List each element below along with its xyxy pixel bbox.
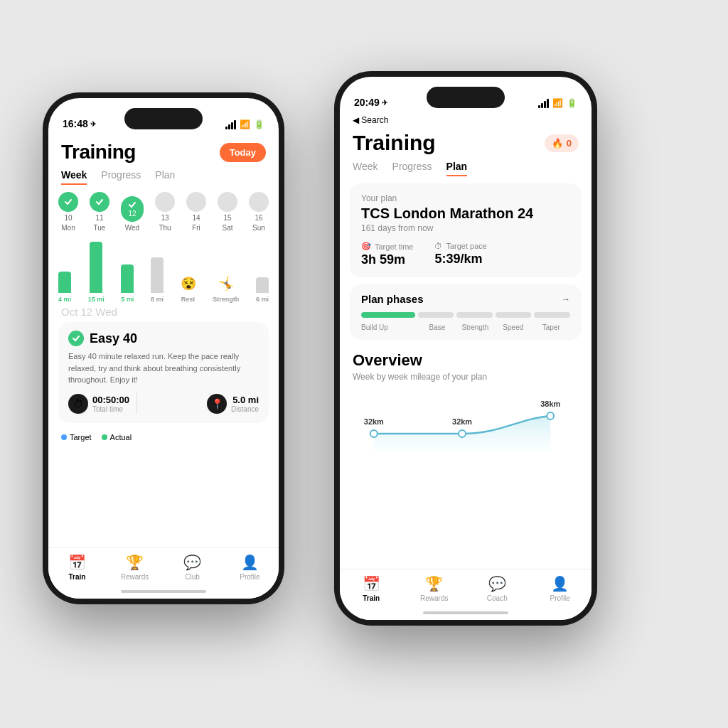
profile-icon-1: 👤 [241,554,259,571]
streak-badge: 🔥 0 [545,134,579,152]
day-col-fri[interactable]: 14 Fri [186,192,206,232]
today-button[interactable]: Today [220,143,266,162]
nav-club-1[interactable]: 💬 Club [164,554,221,581]
dynamic-island-2 [427,87,505,108]
day-col-thu[interactable]: 13 Thu [155,192,175,232]
time-1: 16:48 ✈ [63,118,96,129]
nav-profile-1[interactable]: 👤 Profile [221,554,279,581]
legend-target: Target [61,433,92,441]
legend-row: Target Actual [48,427,279,447]
tab-week-1[interactable]: Week [61,169,87,185]
coach-icon-2: 💬 [488,575,506,592]
nav-profile-2[interactable]: 👤 Profile [529,575,592,602]
nav-coach-2[interactable]: 💬 Coach [466,575,529,602]
bar-col-4: 😵 Rest [181,276,196,303]
workout-card: Easy 40 Easy 40 minute relaxed run. Keep… [58,322,269,423]
wifi-icon-1: 📶 [240,119,250,129]
day-col-tue[interactable]: 11 Tue [90,192,109,232]
nav-rewards-1[interactable]: 🏆 Rewards [106,554,164,581]
stat-divider [136,393,137,414]
plan-name: TCS London Marathon 24 [361,205,570,222]
distance-icon: 📍 [207,394,227,414]
bar-label-5: Strength [213,296,239,303]
tab-plan-1[interactable]: Plan [155,169,175,185]
day-number-sat: 15 [223,214,231,222]
nav-rewards-2[interactable]: 🏆 Rewards [403,575,466,602]
streak-count: 0 [567,138,572,149]
target-pace-value: 5:39/km [434,252,486,267]
nav-train-label-2: Train [363,594,380,602]
target-time-item: 🎯 Target time 3h 59m [361,242,413,267]
train-icon-1: 📅 [68,554,86,571]
nav-train-2[interactable]: 📅 Train [340,575,403,602]
phases-arrow-icon: → [561,294,570,304]
scene: 16:48 ✈ 📶 🔋 Trai [0,0,728,728]
day-label-fri: Fri [192,224,200,232]
bar-col-2: 5 mi [121,264,134,303]
target-dot [61,434,67,440]
page-title-2: Training [353,131,436,155]
day-col-mon[interactable]: 10 Mon [58,192,78,232]
legend-actual-label: Actual [110,433,132,441]
stat-time-values: 00:50:00 Total time [92,395,129,413]
tab-progress-1[interactable]: Progress [101,169,141,185]
profile-icon-2: 👤 [551,575,569,592]
nav-train-1[interactable]: 📅 Train [48,554,106,581]
your-plan-label: Your plan [361,193,570,203]
nav-profile-label-2: Profile [550,594,570,602]
battery-icon-2: 🔋 [567,98,577,108]
tabs-2: Week Progress Plan [340,155,592,176]
phases-bar-row [361,312,570,318]
chart-dot-0 [370,430,378,437]
day-circle-fri [186,192,206,212]
screen-2: ◀ Search Training 🔥 0 Week Progress Plan [340,114,592,620]
bar-label-3: 8 mi [151,296,164,303]
status-icons-1: 📶 🔋 [225,119,264,129]
day-col-sat[interactable]: 15 Sat [218,192,237,232]
plan-card: Your plan TCS London Marathon 24 161 day… [350,183,582,277]
distance-label: Distance [231,405,259,413]
day-col-sun[interactable]: 16 Sun [249,192,269,232]
nav-train-label-1: Train [69,573,86,581]
day-number-sun: 16 [255,214,262,222]
chart-label-2: 38km [540,400,560,408]
tab-progress-2[interactable]: Progress [392,161,432,176]
target-pace-label: Target pace [446,242,486,250]
actual-dot [102,434,107,440]
distance: 5.0 mi [231,395,259,405]
overview-section: Overview Week by week mileage of your pl… [340,346,592,459]
phase-label-speed: Speed [494,323,532,331]
line-chart-svg: 32km 32km 38km [353,387,579,459]
chart-dot-1 [459,430,466,437]
phase-speed-bar [496,312,532,318]
phase-label-base: Base [418,323,456,331]
phases-header: Plan phases → [361,293,570,305]
rewards-icon-1: 🏆 [126,554,144,571]
bar-col-5: 🤸 Strength [213,276,239,303]
back-nav[interactable]: ◀ Search [340,114,592,128]
tab-plan-2[interactable]: Plan [446,161,468,176]
target-time-icon: 🎯 [361,242,371,251]
train-icon-2: 📅 [363,575,380,592]
workout-name: Easy 40 [90,331,137,346]
chart-label-1: 32km [452,417,472,426]
total-time-label: Total time [92,405,129,413]
day-number-mon: 10 [64,214,72,222]
day-col-wed[interactable]: 12 Wed [121,196,144,232]
total-time: 00:50:00 [92,395,129,405]
tab-week-2[interactable]: Week [353,161,378,176]
day-circle-sat [218,192,237,212]
bar-0 [58,272,71,293]
day-label-mon: Mon [61,224,75,232]
week-calendar: 10 Mon 11 Tue 1 [48,185,279,239]
bar-col-0: 4 mi [58,272,71,303]
target-time-label: Target time [375,242,413,251]
target-time-value: 3h 59m [361,252,413,267]
phase-build-up-bar [361,312,415,318]
bar-label-2: 5 mi [121,296,134,303]
status-icons-2: 📶 🔋 [538,98,577,108]
header-1: Training Today [48,135,279,164]
bar-col-3: 8 mi [151,257,164,303]
clock-icon: ⏱ [68,394,88,414]
phases-title: Plan phases [361,293,424,305]
